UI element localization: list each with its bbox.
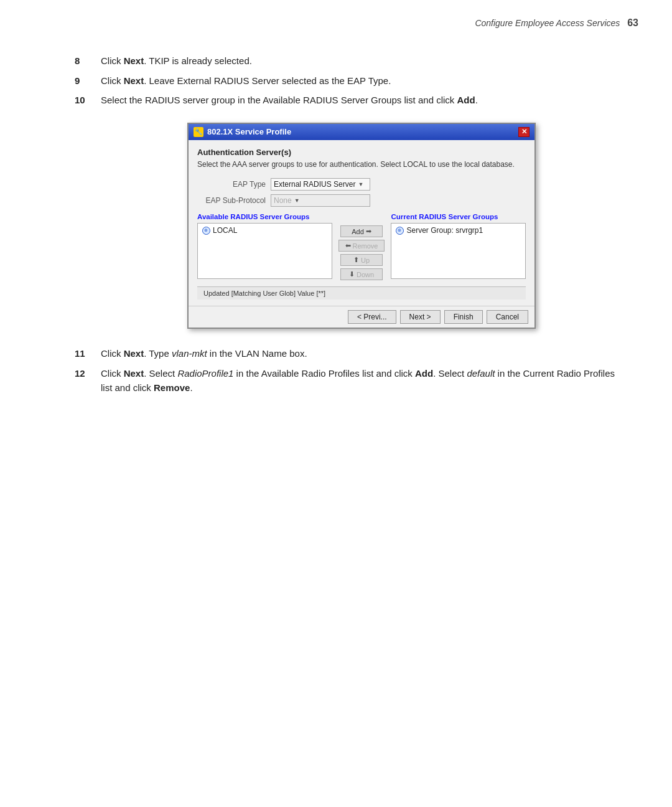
finish-label: Finish <box>454 313 474 321</box>
step-8-num: 8 <box>75 54 101 68</box>
eap-sub-value: None <box>274 196 292 205</box>
titlebar-left: 🔧 802.1X Service Profile <box>194 127 291 137</box>
dialog-titlebar: 🔧 802.1X Service Profile ✕ <box>189 124 534 140</box>
eap-sub-row: EAP Sub-Protocol None ▼ <box>197 194 526 207</box>
next-label: Next > <box>409 313 431 321</box>
current-list-section: Current RADIUS Server Groups ⊕ Server Gr… <box>391 213 526 279</box>
remove-label: Remove <box>353 242 378 250</box>
dialog-body: Authentication Server(s) Select the AAA … <box>189 140 534 306</box>
list-item[interactable]: ⊕ LOCAL <box>200 225 329 235</box>
add-label: Add <box>352 228 364 235</box>
section-desc: Select the AAA server groups to use for … <box>197 159 526 170</box>
eap-sub-select[interactable]: None ▼ <box>271 194 370 207</box>
chapter-title: Configure Employee Access Services <box>475 18 620 28</box>
eap-type-value: External RADIUS Server <box>274 180 355 189</box>
available-item-local: LOCAL <box>213 226 237 235</box>
step-11-text: Click Next. Type vlan-mkt in the VLAN Na… <box>101 346 622 361</box>
current-item-srvrgrp1: Server Group: srvrgrp1 <box>406 226 483 235</box>
remove-arrow: ⬅ <box>345 242 351 250</box>
up-button[interactable]: ⬆ Up <box>340 254 383 266</box>
lists-area: Available RADIUS Server Groups ⊕ LOCAL <box>197 213 526 280</box>
status-text: Updated [Matching User Glob] Value [**] <box>203 290 325 297</box>
cancel-button[interactable]: Cancel <box>487 310 528 324</box>
prev-button[interactable]: < Previ... <box>348 310 396 324</box>
remove-button[interactable]: ⬅ Remove <box>338 240 385 252</box>
step-9-num: 9 <box>75 73 101 88</box>
step-10-num: 10 <box>75 93 101 108</box>
steps-after-list: 11 Click Next. Type vlan-mkt in the VLAN… <box>75 346 622 395</box>
step-9: 9 Click Next. Leave External RADIUS Serv… <box>75 73 622 88</box>
globe-icon-current: ⊕ <box>396 227 404 235</box>
dialog-footer: < Previ... Next > Finish Cancel <box>189 306 534 328</box>
globe-icon: ⊕ <box>202 227 210 235</box>
step-11-num: 11 <box>75 346 101 361</box>
server-group-icon: ⊕ <box>395 226 404 235</box>
service-profile-dialog: 🔧 802.1X Service Profile ✕ Authenticatio… <box>187 123 536 329</box>
current-list-label: Current RADIUS Server Groups <box>391 213 526 220</box>
list-item[interactable]: ⊕ Server Group: srvrgrp1 <box>394 225 523 235</box>
step-10-text: Select the RADIUS server group in the Av… <box>101 93 622 108</box>
step-12-num: 12 <box>75 366 101 395</box>
cancel-label: Cancel <box>496 313 519 321</box>
available-list-label: Available RADIUS Server Groups <box>197 213 332 220</box>
finish-button[interactable]: Finish <box>444 310 483 324</box>
step-9-text: Click Next. Leave External RADIUS Server… <box>101 73 622 88</box>
step-12-text: Click Next. Select RadioProfile1 in the … <box>101 366 622 395</box>
steps-list: 8 Click Next. TKIP is already selected. … <box>75 54 622 108</box>
dialog-wrapper: 🔧 802.1X Service Profile ✕ Authenticatio… <box>101 123 622 329</box>
next-button[interactable]: Next > <box>400 310 441 324</box>
step-11: 11 Click Next. Type vlan-mkt in the VLAN… <box>75 346 622 361</box>
available-list-section: Available RADIUS Server Groups ⊕ LOCAL <box>197 213 332 279</box>
page-number: 63 <box>627 17 638 28</box>
add-arrow: ➡ <box>366 227 371 235</box>
local-icon: ⊕ <box>202 226 210 235</box>
title-icon: 🔧 <box>194 127 203 137</box>
eap-type-row: EAP Type External RADIUS Server ▼ <box>197 178 526 191</box>
current-list-box[interactable]: ⊕ Server Group: srvrgrp1 <box>391 223 526 279</box>
page-header: Configure Employee Access Services 63 <box>0 0 672 35</box>
section-heading: Authentication Server(s) <box>197 148 526 157</box>
close-button[interactable]: ✕ <box>518 127 530 137</box>
step-8-text: Click Next. TKIP is already selected. <box>101 54 622 68</box>
add-button[interactable]: Add ➡ <box>340 225 383 237</box>
down-label: Down <box>357 271 374 278</box>
up-label: Up <box>361 257 370 264</box>
status-bar: Updated [Matching User Glob] Value [**] <box>197 286 526 300</box>
dialog-title: 802.1X Service Profile <box>207 127 291 136</box>
step-12: 12 Click Next. Select RadioProfile1 in t… <box>75 366 622 395</box>
main-content: 8 Click Next. TKIP is already selected. … <box>0 35 672 435</box>
step-10: 10 Select the RADIUS server group in the… <box>75 93 622 108</box>
up-arrow: ⬆ <box>353 256 359 264</box>
center-buttons: Add ➡ ⬅ Remove ⬆ Up ⬇ Do <box>332 213 391 280</box>
available-list-box[interactable]: ⊕ LOCAL <box>197 223 332 279</box>
down-button[interactable]: ⬇ Down <box>340 268 383 280</box>
down-arrow: ⬇ <box>349 270 355 278</box>
eap-sub-label: EAP Sub-Protocol <box>197 196 266 205</box>
eap-type-select[interactable]: External RADIUS Server ▼ <box>271 178 370 191</box>
eap-sub-arrow: ▼ <box>294 197 300 204</box>
prev-label: < Previ... <box>357 313 387 321</box>
step-8: 8 Click Next. TKIP is already selected. <box>75 54 622 68</box>
eap-type-arrow: ▼ <box>358 181 363 187</box>
eap-type-label: EAP Type <box>197 180 266 189</box>
